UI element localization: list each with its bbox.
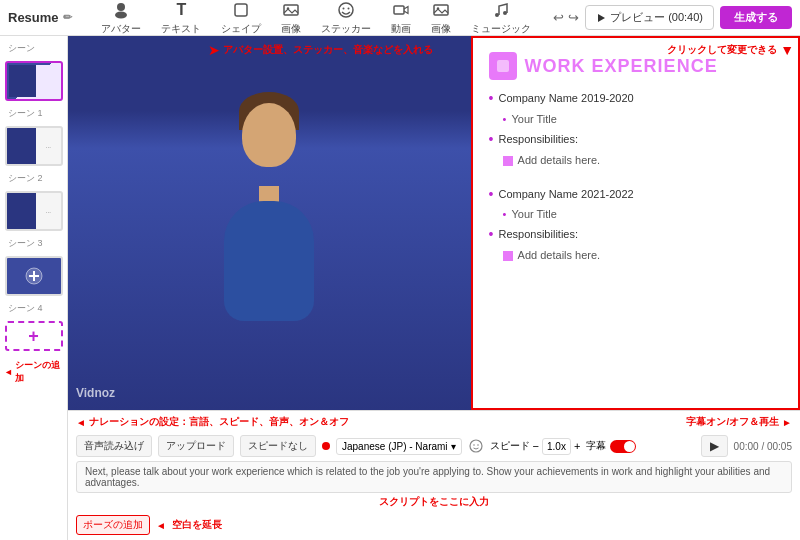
scene-thumb-1[interactable] (5, 61, 63, 101)
voice-record-button[interactable]: 音声読み込げ (76, 435, 152, 457)
toolbar-text[interactable]: T テキスト (161, 0, 201, 36)
svg-point-7 (348, 7, 350, 9)
arrow-down-icon: ▼ (780, 42, 794, 58)
add-scene-annotation: ◄ シーンの追加 (4, 359, 63, 385)
scene-2-label: シーン 2 (4, 172, 43, 185)
svg-rect-9 (434, 5, 448, 15)
content-card[interactable]: WORK EXPERIENCE • Company Name 2019-2020… (471, 36, 800, 410)
toggle-knob (624, 441, 635, 452)
time-display: 00:00 / 00:05 (734, 441, 792, 452)
toolbar-avatar[interactable]: アバター (101, 0, 141, 36)
language-label: Japanese (JP) - Narami (342, 441, 448, 452)
work-exp-icon (489, 52, 517, 80)
svg-rect-3 (284, 5, 298, 15)
undo-redo: ↩ ↪ (553, 10, 579, 25)
toolbar-shape[interactable]: シェイプ (221, 0, 261, 36)
work-item-6-text: Your Title (511, 208, 556, 220)
work-item-1-text: Company Name 2019-2020 (499, 90, 634, 107)
script-annotation: スクリプトをここに入力 (76, 495, 792, 509)
toolbar-music[interactable]: ミュージック (471, 0, 531, 36)
generate-button[interactable]: 生成する (720, 6, 792, 29)
toolbar: アバター T テキスト シェイプ 画像 ステッカー (86, 0, 548, 36)
vidnoz-logo: Vidnoz (76, 384, 126, 402)
svg-point-20 (473, 444, 475, 446)
right-annotation-text: クリックして変更できる (667, 43, 777, 57)
work-item-5: • Company Name 2021-2022 (489, 186, 782, 203)
toolbar-image2[interactable]: 画像 (431, 0, 451, 36)
caption-annotation-text: 字幕オン/オフ＆再生 (686, 416, 779, 429)
add-scene-annotation-text: シーンの追加 (15, 359, 63, 385)
speed-minus[interactable]: − (533, 440, 539, 452)
redo-button[interactable]: ↪ (568, 10, 579, 25)
work-item-4: Add details here. (503, 154, 782, 166)
work-item-2: • Your Title (503, 113, 782, 125)
svg-marker-13 (598, 14, 605, 22)
arrow-narration: ◄ (76, 417, 86, 428)
canvas[interactable]: Vidnoz WORK EXPERIENCE • Company Name 20… (68, 36, 800, 410)
avatar-body (224, 201, 314, 321)
control-bar: ◄ ナレーションの設定：言語、スピード、音声、オン＆オフ 字幕オン/オフ＆再生 … (68, 410, 800, 540)
section-divider (489, 172, 782, 180)
image2-icon (431, 0, 451, 20)
svg-point-6 (343, 7, 345, 9)
sticker-icon (336, 0, 356, 20)
avatar-figure (68, 36, 471, 410)
bullet-dot-1: • (489, 90, 494, 107)
caption-switch[interactable] (610, 440, 636, 453)
control-annotations: ◄ ナレーションの設定：言語、スピード、音声、オン＆オフ 字幕オン/オフ＆再生 … (76, 416, 792, 429)
arrow-right-icon: ➤ (208, 42, 220, 58)
add-icon: + (28, 326, 39, 347)
toolbar-video[interactable]: 動画 (391, 0, 411, 36)
narration-controls: 音声読み込げ アップロード スピードなし Japanese (JP) - Nar… (76, 435, 792, 457)
bottom-controls: ポーズの追加 ◄ 空白を延長 (76, 515, 792, 535)
toolbar-sticker[interactable]: ステッカー (321, 0, 371, 36)
avatar-head (242, 103, 296, 167)
narration-annotation-text: ナレーションの設定：言語、スピード、音声、オン＆オフ (89, 416, 349, 429)
text-icon: T (171, 0, 191, 20)
arrow-caption: ► (782, 417, 792, 428)
pause-annotation-text: 空白を延長 (172, 519, 222, 532)
svg-rect-2 (235, 4, 247, 16)
script-annotation-text: スクリプトをここに入力 (379, 495, 489, 509)
play-icon (596, 13, 606, 23)
add-scene-button[interactable]: + (5, 321, 63, 351)
svg-rect-8 (394, 6, 404, 14)
pause-add-button[interactable]: ポーズの追加 (76, 515, 150, 535)
work-item-4-text: Add details here. (518, 154, 601, 166)
svg-point-0 (117, 3, 125, 11)
scene-thumb-4[interactable] (5, 256, 63, 296)
bullet-dot-5: • (489, 186, 494, 203)
scene-thumb-2[interactable]: ... (5, 126, 63, 166)
caption-label: 字幕 (586, 439, 606, 453)
bullet-dot-7: • (489, 226, 494, 243)
face-icon (468, 438, 484, 454)
edit-icon[interactable]: ✏ (63, 11, 72, 24)
scenes-panel: シーン シーン 1 ... シーン 2 (0, 36, 68, 540)
bullet-dot-2: • (503, 113, 507, 125)
caption-annotation: 字幕オン/オフ＆再生 ► (686, 416, 792, 429)
preview-button[interactable]: プレビュー (00:40) (585, 5, 714, 30)
script-input[interactable]: Next, please talk about your work experi… (76, 461, 792, 493)
upload-button[interactable]: アップロード (158, 435, 234, 457)
work-item-8: Add details here. (503, 249, 782, 261)
chevron-down-icon: ▾ (451, 441, 456, 452)
undo-button[interactable]: ↩ (553, 10, 564, 25)
shape-icon (231, 0, 251, 20)
speed-plus[interactable]: + (574, 440, 580, 452)
play-button[interactable]: ▶ (701, 435, 728, 457)
top-annotation-text: アバター設置、ステッカー、音楽などを入れる (223, 43, 433, 57)
caption-toggle: 字幕 (586, 439, 636, 453)
script-text: Next, please talk about your work experi… (85, 466, 770, 488)
record-dot (322, 442, 330, 450)
app-logo: Resume ✏ (8, 10, 72, 25)
language-select[interactable]: Japanese (JP) - Narami ▾ (336, 438, 462, 455)
scene-thumb-3[interactable]: ... (5, 191, 63, 231)
scenes-label: シーン (4, 42, 35, 55)
work-item-3: • Responsibilities: (489, 131, 782, 148)
bullet-dot-3: • (489, 131, 494, 148)
speed-none-button[interactable]: スピードなし (240, 435, 316, 457)
work-item-5-text: Company Name 2021-2022 (499, 186, 634, 203)
toolbar-image[interactable]: 画像 (281, 0, 301, 36)
svg-point-19 (470, 440, 482, 452)
top-annotation: ➤ アバター設置、ステッカー、音楽などを入れる (208, 42, 433, 58)
